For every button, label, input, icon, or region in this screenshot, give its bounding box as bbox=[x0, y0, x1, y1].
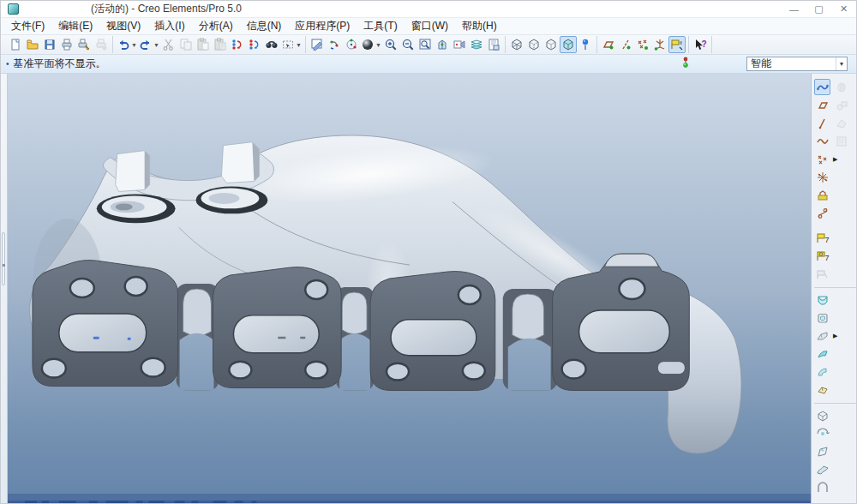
refit-icon bbox=[418, 38, 432, 51]
zoom-out-button[interactable] bbox=[399, 36, 417, 53]
close-button[interactable]: ✕ bbox=[831, 2, 856, 17]
regenerate-button[interactable] bbox=[229, 36, 246, 53]
context-help-button[interactable]: ? bbox=[692, 36, 709, 53]
render-style-button[interactable]: ▼ bbox=[360, 36, 382, 53]
datum-point-toggle-button[interactable] bbox=[634, 36, 651, 53]
starpts-icon bbox=[816, 171, 830, 184]
datum-plane-toggle-button[interactable] bbox=[600, 36, 617, 53]
menu-analysis[interactable]: 分析(A) bbox=[192, 17, 240, 35]
no-hidden-display-button[interactable] bbox=[542, 36, 560, 53]
dropdown-caret-icon[interactable]: ▼ bbox=[131, 42, 137, 48]
navigator-sash[interactable] bbox=[1, 74, 8, 503]
sweep-tool-button[interactable] bbox=[814, 327, 830, 344]
feature-toolbar-row: 7 bbox=[814, 229, 856, 247]
dropdown-caret-icon[interactable]: ▼ bbox=[375, 42, 381, 48]
saved-views-button[interactable] bbox=[451, 36, 468, 53]
csys-toggle-button[interactable] bbox=[651, 36, 668, 53]
message-bullet-icon: • bbox=[6, 59, 9, 69]
toolbar-group-view: ▼ bbox=[306, 36, 506, 53]
toolbar-group-help: ? bbox=[689, 36, 712, 53]
feature-toolbar-row bbox=[814, 309, 856, 327]
point-tool-button[interactable] bbox=[814, 151, 830, 167]
merge-tool-button bbox=[833, 97, 849, 113]
note-tool-button[interactable]: 7 bbox=[814, 230, 830, 246]
pastesp-icon bbox=[213, 38, 227, 51]
menu-file[interactable]: 文件(F) bbox=[4, 17, 51, 35]
revolve-tool-button[interactable] bbox=[814, 309, 830, 326]
sash-handle[interactable] bbox=[2, 232, 5, 285]
menu-applications[interactable]: 应用程序(P) bbox=[288, 17, 357, 35]
refit-button[interactable] bbox=[417, 36, 434, 53]
selection-filter-button[interactable]: ▼ bbox=[280, 36, 303, 53]
bend-surface-tool-button[interactable] bbox=[814, 381, 830, 398]
find-icon bbox=[265, 38, 279, 51]
paste-special-button bbox=[212, 36, 229, 53]
wireframe-display-button[interactable] bbox=[508, 36, 525, 53]
redo-button[interactable]: ▼ bbox=[138, 36, 160, 53]
repaint-button[interactable] bbox=[309, 36, 326, 53]
surface-tool-button[interactable] bbox=[814, 97, 830, 113]
find-button[interactable] bbox=[263, 36, 280, 53]
menu-help[interactable]: 帮助(H) bbox=[455, 17, 504, 35]
helpc-icon: ? bbox=[693, 38, 707, 51]
extrude-tool-button[interactable] bbox=[814, 292, 830, 309]
solid-block-tool-button[interactable] bbox=[814, 408, 830, 424]
offset-point-tool-button[interactable] bbox=[814, 187, 830, 203]
axis-point-tool-button[interactable] bbox=[814, 169, 830, 185]
dropdown-caret-icon[interactable]: ▼ bbox=[153, 42, 159, 48]
menu-edit[interactable]: 编辑(E) bbox=[51, 17, 99, 35]
curve-chain-tool-button[interactable] bbox=[814, 205, 830, 221]
dplane-icon bbox=[602, 38, 615, 51]
quilt-surface-tool-button[interactable] bbox=[814, 461, 830, 477]
spin-center-button[interactable] bbox=[326, 36, 343, 53]
shell-surface-tool-button[interactable] bbox=[814, 363, 830, 380]
selection-filter-combobox[interactable]: 智能 ▼ bbox=[746, 57, 848, 71]
regenerate-manager-button[interactable] bbox=[246, 36, 263, 53]
arch-surface-tool-button[interactable] bbox=[814, 479, 830, 495]
layers-button[interactable] bbox=[468, 36, 485, 53]
dropdown-caret-icon[interactable]: ▼ bbox=[296, 42, 302, 48]
zoom-in-button[interactable] bbox=[382, 36, 399, 53]
rotate-body-tool-button[interactable] bbox=[814, 425, 830, 441]
undo-button[interactable]: ▼ bbox=[116, 36, 138, 53]
title-bar: (活动的) - Creo Elements/Pro 5.0 —▢✕ bbox=[1, 1, 856, 18]
menu-insert[interactable]: 插入(I) bbox=[147, 17, 191, 35]
menu-view[interactable]: 视图(V) bbox=[99, 17, 147, 35]
curve-tool-button[interactable] bbox=[814, 133, 830, 149]
new-file-button[interactable] bbox=[7, 36, 24, 53]
maximize-button[interactable]: ▢ bbox=[806, 2, 831, 17]
flyout-arrow-icon[interactable]: ▶ bbox=[833, 333, 837, 339]
shapesg-icon bbox=[835, 99, 848, 112]
combobox-dropdown-icon[interactable]: ▼ bbox=[836, 57, 847, 70]
disk-icon bbox=[43, 38, 57, 51]
blend-tool-button[interactable] bbox=[814, 345, 830, 362]
regenb-icon bbox=[231, 38, 244, 51]
graphics-viewport[interactable] bbox=[8, 74, 811, 503]
balloon-note-tool-button[interactable]: 7 bbox=[814, 248, 830, 264]
datum-display-button[interactable] bbox=[577, 36, 594, 53]
window-controls: —▢✕ bbox=[782, 2, 856, 17]
view-manager-button[interactable] bbox=[485, 36, 502, 53]
menu-window[interactable]: 窗口(W) bbox=[405, 17, 455, 35]
orient-spin-button[interactable] bbox=[343, 36, 360, 53]
line-tool-button[interactable] bbox=[814, 115, 830, 131]
chain-icon bbox=[816, 207, 830, 220]
menu-tools[interactable]: 工具(T) bbox=[357, 17, 404, 35]
save-file-button[interactable] bbox=[41, 36, 58, 53]
minimize-button[interactable]: — bbox=[782, 2, 806, 17]
menu-info[interactable]: 信息(N) bbox=[240, 17, 289, 35]
flyout-arrow-icon[interactable]: ▶ bbox=[833, 156, 837, 163]
orientation-button[interactable] bbox=[434, 36, 451, 53]
flag-surface-tool-button[interactable] bbox=[814, 443, 830, 459]
feature-toolbar-row bbox=[814, 478, 856, 496]
feature-toolbar-row bbox=[814, 442, 856, 460]
print-button[interactable] bbox=[58, 36, 75, 53]
hidden-line-display-button[interactable] bbox=[525, 36, 542, 53]
layers-icon bbox=[470, 38, 483, 51]
annotation-toggle-button[interactable] bbox=[668, 36, 686, 53]
datum-axis-toggle-button[interactable] bbox=[617, 36, 634, 53]
open-file-button[interactable] bbox=[24, 36, 41, 53]
style-tool-button[interactable] bbox=[814, 79, 830, 95]
shaded-display-button[interactable] bbox=[560, 36, 577, 53]
print-preview-button[interactable] bbox=[75, 36, 93, 53]
